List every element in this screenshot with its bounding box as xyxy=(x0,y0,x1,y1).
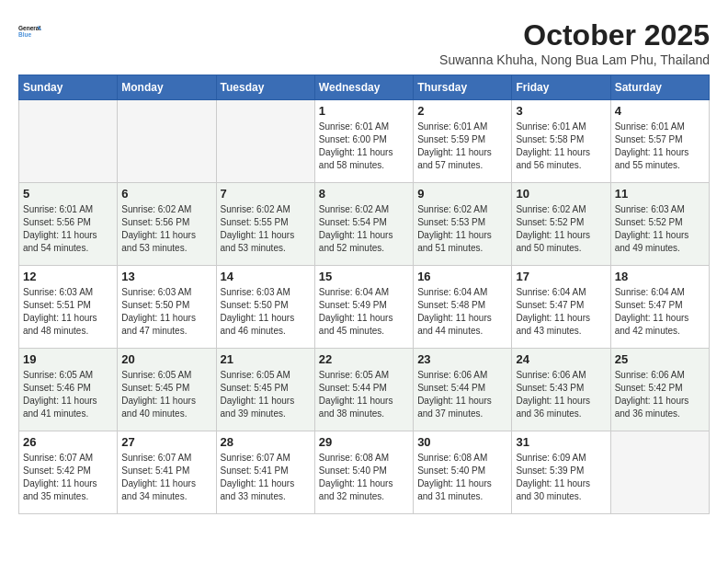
day-info: Sunrise: 6:07 AM Sunset: 5:41 PM Dayligh… xyxy=(221,452,311,503)
location-subtitle: Suwanna Khuha, Nong Bua Lam Phu, Thailan… xyxy=(439,52,710,67)
weekday-header-friday: Friday xyxy=(512,75,610,100)
day-info: Sunrise: 6:02 AM Sunset: 5:53 PM Dayligh… xyxy=(417,203,507,255)
logo-icon: GeneralBlue xyxy=(18,18,44,44)
day-info: Sunrise: 6:03 AM Sunset: 5:51 PM Dayligh… xyxy=(23,286,113,338)
calendar-cell: 1Sunrise: 6:01 AM Sunset: 6:00 PM Daylig… xyxy=(314,100,413,183)
day-number: 21 xyxy=(221,352,311,366)
day-number: 4 xyxy=(615,104,705,118)
day-number: 10 xyxy=(516,187,606,201)
day-info: Sunrise: 6:06 AM Sunset: 5:44 PM Dayligh… xyxy=(417,369,507,420)
day-number: 8 xyxy=(319,187,409,201)
day-info: Sunrise: 6:03 AM Sunset: 5:52 PM Dayligh… xyxy=(615,203,705,255)
month-title: October 2025 xyxy=(439,18,710,52)
day-info: Sunrise: 6:04 AM Sunset: 5:48 PM Dayligh… xyxy=(417,286,507,338)
day-number: 5 xyxy=(23,187,113,201)
calendar-cell: 10Sunrise: 6:02 AM Sunset: 5:52 PM Dayli… xyxy=(512,183,610,266)
day-number: 2 xyxy=(417,104,507,118)
day-info: Sunrise: 6:05 AM Sunset: 5:45 PM Dayligh… xyxy=(221,369,311,420)
calendar-cell: 29Sunrise: 6:08 AM Sunset: 5:40 PM Dayli… xyxy=(314,431,413,514)
day-number: 16 xyxy=(417,270,507,283)
svg-text:Blue: Blue xyxy=(18,31,31,38)
calendar-cell: 7Sunrise: 6:02 AM Sunset: 5:55 PM Daylig… xyxy=(216,183,314,266)
calendar-cell xyxy=(610,431,709,514)
weekday-header-row: SundayMondayTuesdayWednesdayThursdayFrid… xyxy=(19,75,710,100)
day-info: Sunrise: 6:03 AM Sunset: 5:50 PM Dayligh… xyxy=(221,286,311,338)
calendar-week-5: 26Sunrise: 6:07 AM Sunset: 5:42 PM Dayli… xyxy=(19,431,710,514)
calendar-week-4: 19Sunrise: 6:05 AM Sunset: 5:46 PM Dayli… xyxy=(19,349,710,431)
title-section: October 2025 Suwanna Khuha, Nong Bua Lam… xyxy=(439,18,710,67)
day-info: Sunrise: 6:04 AM Sunset: 5:47 PM Dayligh… xyxy=(516,286,606,338)
weekday-header-monday: Monday xyxy=(118,75,216,100)
day-info: Sunrise: 6:05 AM Sunset: 5:46 PM Dayligh… xyxy=(23,369,113,420)
day-info: Sunrise: 6:01 AM Sunset: 5:57 PM Dayligh… xyxy=(615,121,705,172)
day-number: 26 xyxy=(23,435,113,449)
day-info: Sunrise: 6:01 AM Sunset: 5:59 PM Dayligh… xyxy=(417,121,507,172)
day-info: Sunrise: 6:09 AM Sunset: 5:39 PM Dayligh… xyxy=(516,452,606,503)
calendar-cell: 2Sunrise: 6:01 AM Sunset: 5:59 PM Daylig… xyxy=(414,100,512,183)
day-info: Sunrise: 6:02 AM Sunset: 5:56 PM Dayligh… xyxy=(121,203,211,255)
day-info: Sunrise: 6:04 AM Sunset: 5:47 PM Dayligh… xyxy=(615,286,705,338)
day-number: 31 xyxy=(516,435,606,449)
day-number: 24 xyxy=(516,352,606,366)
weekday-header-wednesday: Wednesday xyxy=(314,75,413,100)
calendar-cell: 13Sunrise: 6:03 AM Sunset: 5:50 PM Dayli… xyxy=(118,266,216,349)
day-number: 22 xyxy=(319,352,409,366)
day-number: 7 xyxy=(221,187,311,201)
calendar-cell: 30Sunrise: 6:08 AM Sunset: 5:40 PM Dayli… xyxy=(414,431,512,514)
day-info: Sunrise: 6:08 AM Sunset: 5:40 PM Dayligh… xyxy=(417,452,507,503)
calendar-cell: 31Sunrise: 6:09 AM Sunset: 5:39 PM Dayli… xyxy=(512,431,610,514)
weekday-header-tuesday: Tuesday xyxy=(216,75,314,100)
day-number: 20 xyxy=(121,352,211,366)
day-number: 23 xyxy=(417,352,507,366)
day-number: 14 xyxy=(221,270,311,283)
day-number: 17 xyxy=(516,270,606,283)
calendar-week-3: 12Sunrise: 6:03 AM Sunset: 5:51 PM Dayli… xyxy=(19,266,710,349)
day-number: 25 xyxy=(615,352,705,366)
calendar-cell: 16Sunrise: 6:04 AM Sunset: 5:48 PM Dayli… xyxy=(414,266,512,349)
calendar-cell xyxy=(216,100,314,183)
day-info: Sunrise: 6:02 AM Sunset: 5:55 PM Dayligh… xyxy=(221,203,311,255)
calendar-cell: 22Sunrise: 6:05 AM Sunset: 5:44 PM Dayli… xyxy=(314,349,413,431)
calendar-cell: 15Sunrise: 6:04 AM Sunset: 5:49 PM Dayli… xyxy=(314,266,413,349)
logo: GeneralBlue xyxy=(18,18,44,44)
calendar-cell: 9Sunrise: 6:02 AM Sunset: 5:53 PM Daylig… xyxy=(414,183,512,266)
weekday-header-thursday: Thursday xyxy=(414,75,512,100)
calendar-week-2: 5Sunrise: 6:01 AM Sunset: 5:56 PM Daylig… xyxy=(19,183,710,266)
calendar-cell: 3Sunrise: 6:01 AM Sunset: 5:58 PM Daylig… xyxy=(512,100,610,183)
calendar-table: SundayMondayTuesdayWednesdayThursdayFrid… xyxy=(18,75,710,514)
calendar-cell: 5Sunrise: 6:01 AM Sunset: 5:56 PM Daylig… xyxy=(19,183,118,266)
calendar-cell: 6Sunrise: 6:02 AM Sunset: 5:56 PM Daylig… xyxy=(118,183,216,266)
day-info: Sunrise: 6:01 AM Sunset: 5:58 PM Dayligh… xyxy=(516,121,606,172)
svg-text:General: General xyxy=(18,25,40,31)
day-number: 1 xyxy=(319,104,409,118)
day-number: 12 xyxy=(23,270,113,283)
day-info: Sunrise: 6:06 AM Sunset: 5:42 PM Dayligh… xyxy=(615,369,705,420)
calendar-week-1: 1Sunrise: 6:01 AM Sunset: 6:00 PM Daylig… xyxy=(19,100,710,183)
day-number: 9 xyxy=(417,187,507,201)
calendar-cell: 28Sunrise: 6:07 AM Sunset: 5:41 PM Dayli… xyxy=(216,431,314,514)
day-info: Sunrise: 6:07 AM Sunset: 5:41 PM Dayligh… xyxy=(121,452,211,503)
weekday-header-saturday: Saturday xyxy=(610,75,709,100)
day-number: 6 xyxy=(121,187,211,201)
calendar-cell: 11Sunrise: 6:03 AM Sunset: 5:52 PM Dayli… xyxy=(610,183,709,266)
day-number: 30 xyxy=(417,435,507,449)
calendar-cell: 23Sunrise: 6:06 AM Sunset: 5:44 PM Dayli… xyxy=(414,349,512,431)
calendar-cell: 27Sunrise: 6:07 AM Sunset: 5:41 PM Dayli… xyxy=(118,431,216,514)
day-info: Sunrise: 6:02 AM Sunset: 5:52 PM Dayligh… xyxy=(516,203,606,255)
calendar-cell xyxy=(19,100,118,183)
calendar-cell: 8Sunrise: 6:02 AM Sunset: 5:54 PM Daylig… xyxy=(314,183,413,266)
day-number: 29 xyxy=(319,435,409,449)
calendar-cell: 4Sunrise: 6:01 AM Sunset: 5:57 PM Daylig… xyxy=(610,100,709,183)
day-info: Sunrise: 6:03 AM Sunset: 5:50 PM Dayligh… xyxy=(121,286,211,338)
calendar-cell: 26Sunrise: 6:07 AM Sunset: 5:42 PM Dayli… xyxy=(19,431,118,514)
weekday-header-sunday: Sunday xyxy=(19,75,118,100)
day-info: Sunrise: 6:01 AM Sunset: 5:56 PM Dayligh… xyxy=(23,203,113,255)
day-info: Sunrise: 6:07 AM Sunset: 5:42 PM Dayligh… xyxy=(23,452,113,503)
calendar-cell: 18Sunrise: 6:04 AM Sunset: 5:47 PM Dayli… xyxy=(610,266,709,349)
day-info: Sunrise: 6:08 AM Sunset: 5:40 PM Dayligh… xyxy=(319,452,409,503)
calendar-cell: 20Sunrise: 6:05 AM Sunset: 5:45 PM Dayli… xyxy=(118,349,216,431)
day-number: 19 xyxy=(23,352,113,366)
day-number: 27 xyxy=(121,435,211,449)
calendar-cell: 24Sunrise: 6:06 AM Sunset: 5:43 PM Dayli… xyxy=(512,349,610,431)
calendar-cell: 19Sunrise: 6:05 AM Sunset: 5:46 PM Dayli… xyxy=(19,349,118,431)
